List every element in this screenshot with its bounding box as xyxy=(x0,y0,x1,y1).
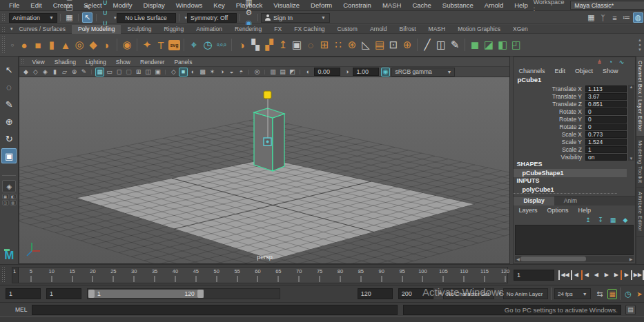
timeslider-grip[interactable] xyxy=(1,266,6,283)
symmetry-select[interactable]: Symmetry: Off xyxy=(187,13,237,23)
shadows-icon[interactable]: ◑ xyxy=(217,68,226,77)
layer-list[interactable] xyxy=(515,225,634,255)
step-back-key-button[interactable]: ◀ xyxy=(581,270,591,280)
pane-layout-button[interactable]: ◫ xyxy=(2,200,9,205)
panel-menu-lighting[interactable]: Lighting xyxy=(81,59,111,66)
bookmark-icon[interactable]: ▮ xyxy=(50,68,59,77)
menu-windows[interactable]: Windows xyxy=(170,0,208,11)
channel-label-translate-z[interactable]: Translate Z xyxy=(514,101,585,108)
isolate-select-icon[interactable]: ◎ xyxy=(253,68,262,77)
menu-file[interactable]: File xyxy=(3,0,25,11)
shelf-icons-grip[interactable] xyxy=(1,35,6,54)
script-editor-icon[interactable]: ▤ xyxy=(625,305,636,315)
channel-label-visibility[interactable]: Visibility xyxy=(514,154,585,161)
shape-node-row[interactable]: pCubeShape1 xyxy=(514,169,627,177)
use-all-lights-icon[interactable]: ✶ xyxy=(208,68,217,77)
poly-cone-icon[interactable]: ▲ xyxy=(59,37,72,53)
menu-constrain[interactable]: Constrain xyxy=(338,0,377,11)
scroll-right-icon[interactable]: ▶ xyxy=(628,256,634,261)
humanik-icon[interactable]: ᛉ xyxy=(598,12,608,23)
delete-history-icon[interactable]: ◷ xyxy=(202,37,215,53)
channel-speed-icon[interactable]: ◔ xyxy=(607,58,614,66)
layer-menu-help[interactable]: Help xyxy=(574,207,596,214)
shelf-grip[interactable] xyxy=(1,26,6,32)
panelmenu-grip[interactable] xyxy=(21,59,25,65)
combine-icon[interactable]: ▚ xyxy=(249,37,262,53)
channel-value-translate-x[interactable]: 1.113 xyxy=(585,85,627,92)
ground-plane[interactable] xyxy=(76,159,475,260)
snap-point-icon[interactable]: ∪ xyxy=(100,8,110,18)
channel-value-scale-y[interactable]: 1.524 xyxy=(585,139,627,145)
time-ruler[interactable]: 1 51015202530354045505560657075808590951… xyxy=(12,267,508,283)
go-to-start-button[interactable]: ◀◀ xyxy=(558,270,569,280)
current-time-indicator[interactable]: 1 xyxy=(12,268,19,283)
construction-plane-icon[interactable]: ⌖ xyxy=(188,37,201,53)
gate-mask-icon[interactable]: ▢ xyxy=(124,68,133,77)
camera-lock-icon[interactable]: ◇ xyxy=(31,68,40,77)
extract-icon[interactable]: ↥ xyxy=(277,37,290,53)
layer-editor-scrollbar[interactable]: ◀ ▶ xyxy=(515,256,634,262)
menu-visualize[interactable]: Visualize xyxy=(268,0,305,11)
channel-label-rotate-x[interactable]: Rotate X xyxy=(514,108,585,115)
poly-torus-icon[interactable]: ◎ xyxy=(73,37,86,53)
move-tool-icon[interactable]: ⊕ xyxy=(1,114,17,129)
boolean-intersection-icon[interactable]: ◧ xyxy=(496,37,509,53)
menu-substance[interactable]: Substance xyxy=(437,0,479,11)
poly-plane-icon[interactable]: ◆ xyxy=(87,37,100,53)
new-empty-layer-icon[interactable]: ▦ xyxy=(609,216,617,224)
channel-value-visibility[interactable]: on xyxy=(585,154,627,161)
shelf-tab-poly-modeling[interactable]: Poly Modeling xyxy=(72,25,121,34)
single-pane-layout-button[interactable]: ◈ xyxy=(2,180,16,192)
multi-cut-icon[interactable]: ╱ xyxy=(421,37,434,53)
menu-set-select[interactable]: Animation ▼ xyxy=(9,13,57,23)
xray-joints-icon[interactable]: ▤ xyxy=(278,68,287,77)
quad-draw-icon[interactable]: ✎ xyxy=(449,37,462,53)
menu-deform[interactable]: Deform xyxy=(305,0,338,11)
panel-menu-show[interactable]: Show xyxy=(111,59,135,66)
scale-tool-icon[interactable]: ▣ xyxy=(1,148,17,163)
resolution-gate-icon[interactable]: ◻ xyxy=(115,68,124,77)
range-end-handle[interactable] xyxy=(197,290,204,298)
playback-end-field[interactable]: 120 xyxy=(358,288,393,299)
scroll-left-icon[interactable]: ◀ xyxy=(515,256,520,261)
step-back-frame-button[interactable]: ◀ xyxy=(571,270,580,280)
side-tab-attribute-editor[interactable]: Attribute Editor xyxy=(636,188,644,237)
ipr-render-icon[interactable]: ▥ xyxy=(244,0,254,8)
channel-value-translate-z[interactable]: 0.851 xyxy=(585,101,627,108)
layer-move-up-icon[interactable]: ↥ xyxy=(584,216,592,224)
separate-icon[interactable]: ▞ xyxy=(263,37,276,53)
layer-editor-tab-anim[interactable]: Anim xyxy=(554,197,587,205)
tool-settings-icon[interactable]: ≔ xyxy=(621,12,632,23)
boolean-slice-icon[interactable]: ◰ xyxy=(510,37,523,53)
layer-editor-tab-display[interactable]: Display xyxy=(514,197,554,205)
wireframe-on-shaded-icon[interactable]: ◐ xyxy=(188,68,197,77)
gamma-field[interactable]: 1.00 xyxy=(353,68,379,76)
menu-arnold[interactable]: Arnold xyxy=(479,0,509,11)
shelf-tab-rigging[interactable]: Rigging xyxy=(157,25,190,34)
insert-edge-loop-icon[interactable]: ◫ xyxy=(435,37,448,53)
select-object-icon[interactable]: ↖ xyxy=(82,12,92,23)
poly-cylinder-icon[interactable]: ▮ xyxy=(46,37,59,53)
pane-layout-button[interactable]: ◧ xyxy=(10,194,17,199)
paint-select-tool-icon[interactable]: ✎ xyxy=(1,97,17,112)
attribute-editor-icon[interactable]: ≡ xyxy=(609,12,620,23)
contrast-icon[interactable]: ◑ xyxy=(342,68,351,77)
xray-icon[interactable]: ▥ xyxy=(269,68,277,77)
smooth-shade-icon[interactable]: ■ xyxy=(179,68,188,77)
pane-layout-button[interactable]: ▥ xyxy=(10,200,17,205)
new-layer-from-selected-icon[interactable]: ◆ xyxy=(621,216,630,224)
panel-menu-shading[interactable]: Shading xyxy=(50,59,81,66)
scroll-down-icon[interactable]: ▼ xyxy=(638,48,642,52)
render-settings-icon[interactable]: ⚙ xyxy=(244,8,254,18)
poly-type-icon[interactable]: T xyxy=(155,37,168,53)
shelf-tab-fx[interactable]: FX xyxy=(268,25,288,34)
animation-start-field[interactable]: 1 xyxy=(6,288,41,299)
film-gate-icon[interactable]: ▭ xyxy=(105,68,114,77)
channel-manip-icon[interactable]: ⋔ xyxy=(596,58,603,66)
shelf-tab-custom[interactable]: Custom xyxy=(331,25,364,34)
play-forwards-button[interactable]: ▶ xyxy=(602,270,612,280)
channel-value-scale-x[interactable]: 0.773 xyxy=(585,131,627,138)
channel-box-menu-edit[interactable]: Edit xyxy=(550,68,571,74)
scroll-up-icon[interactable]: ▲ xyxy=(630,85,634,89)
no-live-surface-button[interactable]: No Live Surface xyxy=(117,13,176,23)
